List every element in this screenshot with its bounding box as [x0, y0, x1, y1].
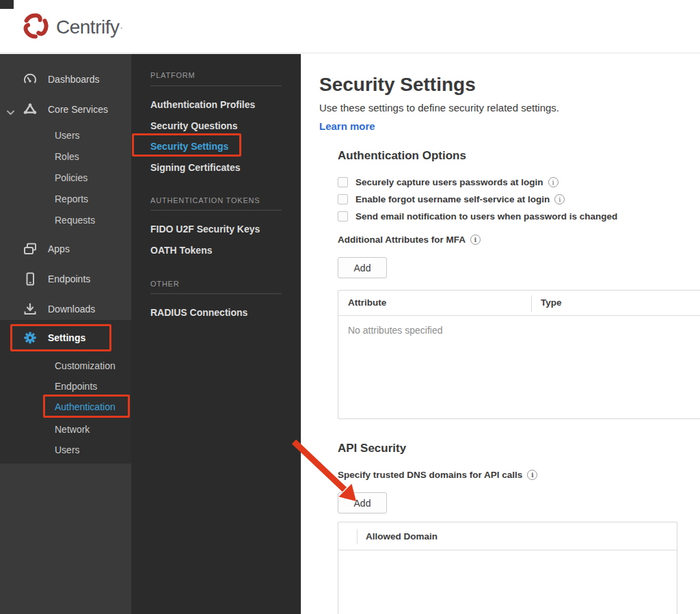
checkbox-label: Enable forgot username self-service at l… [355, 194, 550, 204]
sidebar-item-label: Settings [48, 332, 85, 343]
submenu-item-label: Security Questions [150, 120, 238, 131]
centrify-swirl-icon [21, 11, 51, 44]
page-title: Security Settings [319, 74, 476, 96]
primary-sidebar: Dashboards Core Services Users [0, 54, 131, 614]
sidebar-subitem-label: Endpoints [55, 381, 97, 392]
learn-more-link[interactable]: Learn more [319, 120, 375, 132]
sidebar-subitem-label: Policies [55, 172, 88, 183]
settings-group: Settings Customization Endpoints Authent… [0, 320, 131, 464]
sidebar-item-label: Dashboards [48, 74, 100, 85]
centrify-admin-portal: Centrify · Dashboards [0, 0, 700, 614]
info-icon[interactable]: i [470, 235, 481, 245]
divider [150, 210, 282, 211]
column-header-attribute[interactable]: Attribute [348, 297, 386, 308]
add-domain-button[interactable]: Add [338, 492, 387, 513]
sidebar-item-apps[interactable]: Apps [0, 238, 131, 260]
allowed-domain-table-header: Allowed Domain [338, 522, 677, 550]
brand-logo[interactable]: Centrify · [21, 11, 123, 44]
sidebar-item-core-services[interactable]: Core Services [0, 98, 131, 120]
sidebar-item-endpoints[interactable]: Endpoints [0, 268, 131, 290]
sidebar-item-settings-users[interactable]: Users [0, 442, 131, 458]
brand-trademark: · [120, 22, 123, 33]
sidebar-item-label: Downloads [48, 304, 95, 315]
sidebar-item-label: Endpoints [48, 273, 90, 284]
main-content: Security Settings Use these settings to … [301, 54, 700, 614]
submenu-item-security-questions[interactable]: Security Questions [131, 118, 301, 134]
chevron-down-icon[interactable] [6, 107, 15, 119]
sidebar-subitem-label: Reports [55, 193, 88, 204]
sidebar-item-settings-endpoints[interactable]: Endpoints [0, 378, 131, 395]
sidebar-item-requests[interactable]: Requests [0, 212, 131, 228]
sidebar-item-dashboards[interactable]: Dashboards [0, 68, 131, 90]
column-header-allowed-domain[interactable]: Allowed Domain [366, 531, 438, 542]
sidebar-item-network[interactable]: Network [0, 421, 131, 438]
email-notification-checkbox[interactable] [338, 211, 348, 222]
capture-passwords-checkbox[interactable] [338, 177, 348, 187]
column-header-type[interactable]: Type [541, 297, 562, 308]
info-icon[interactable]: i [554, 194, 565, 204]
submenu-item-radius-connections[interactable]: RADIUS Connections [131, 304, 301, 321]
allowed-domain-table: Allowed Domain [338, 522, 677, 614]
submenu-item-security-settings[interactable]: Security Settings [131, 138, 301, 155]
dns-domains-text: Specify trusted DNS domains for API call… [338, 470, 522, 480]
add-attribute-button[interactable]: Add [338, 257, 387, 278]
sidebar-item-roles[interactable]: Roles [0, 148, 131, 165]
sidebar-subitem-label: Customization [55, 360, 116, 371]
auth-options-heading: Authentication Options [338, 149, 466, 163]
submenu-item-label: Security Settings [150, 141, 228, 152]
dns-domains-label: Specify trusted DNS domains for API call… [338, 468, 537, 481]
column-divider [531, 295, 532, 312]
mfa-attributes-label: Additional Attributes for MFA i [338, 233, 481, 245]
info-icon[interactable]: i [548, 177, 558, 187]
submenu-item-label: Authentication Profiles [150, 99, 255, 110]
apps-icon [23, 241, 38, 256]
mobile-icon [23, 271, 38, 286]
sidebar-item-authentication[interactable]: Authentication [0, 399, 131, 415]
info-icon[interactable]: i [527, 470, 537, 480]
checkbox-row: Securely capture users passwords at logi… [338, 175, 558, 189]
sidebar-item-settings[interactable]: Settings [0, 327, 131, 349]
settings-submenu: PLATFORM Authentication Profiles Securit… [131, 54, 301, 614]
allowed-domain-table-body [338, 550, 677, 614]
column-divider [357, 529, 358, 544]
sidebar-subitem-label: Users [55, 444, 80, 455]
sidebar-subitem-label: Users [55, 130, 80, 141]
divider [150, 85, 282, 86]
checkbox-row: Enable forgot username self-service at l… [338, 192, 565, 206]
attributes-table: Attribute Type No attributes specified [338, 290, 700, 419]
sidebar-item-label: Core Services [48, 104, 108, 115]
sidebar-item-downloads[interactable]: Downloads [0, 298, 131, 320]
checkbox-label: Send email notification to users when pa… [355, 211, 617, 222]
empty-state-text: No attributes specified [348, 325, 443, 336]
sidebar-item-reports[interactable]: Reports [0, 191, 131, 207]
download-icon [23, 302, 38, 317]
sidebar-subitem-label: Network [55, 424, 90, 435]
submenu-section-title: AUTHENTICATION TOKENS [150, 196, 260, 204]
core-services-icon [23, 102, 38, 117]
submenu-item-fido-u2f[interactable]: FIDO U2F Security Keys [131, 221, 301, 237]
submenu-item-signing-certificates[interactable]: Signing Certificates [131, 159, 301, 176]
forgot-username-checkbox[interactable] [338, 194, 348, 204]
top-header: Centrify · [0, 0, 700, 53]
corner-artifact [0, 0, 14, 9]
submenu-item-label: FIDO U2F Security Keys [150, 224, 260, 235]
sidebar-item-customization[interactable]: Customization [0, 358, 131, 374]
sidebar-subitem-label: Authentication [55, 401, 116, 412]
gauge-icon [23, 72, 38, 87]
sidebar-item-policies[interactable]: Policies [0, 170, 131, 186]
submenu-item-authentication-profiles[interactable]: Authentication Profiles [131, 96, 301, 113]
attributes-table-body: No attributes specified [338, 316, 700, 419]
submenu-section-title: OTHER [150, 280, 180, 288]
submenu-item-oath-tokens[interactable]: OATH Tokens [131, 242, 301, 258]
submenu-section-title: PLATFORM [150, 71, 195, 79]
submenu-item-label: OATH Tokens [150, 245, 213, 256]
gear-icon [23, 330, 38, 345]
checkbox-row: Send email notification to users when pa… [338, 209, 617, 223]
api-security-heading: API Security [338, 442, 406, 455]
sidebar-subitem-label: Roles [55, 151, 79, 162]
sidebar-item-label: Apps [48, 243, 70, 254]
mfa-attributes-text: Additional Attributes for MFA [338, 235, 466, 245]
checkbox-label: Securely capture users passwords at logi… [355, 177, 543, 187]
sidebar-item-users[interactable]: Users [0, 127, 131, 144]
attributes-table-header: Attribute Type [338, 291, 700, 316]
